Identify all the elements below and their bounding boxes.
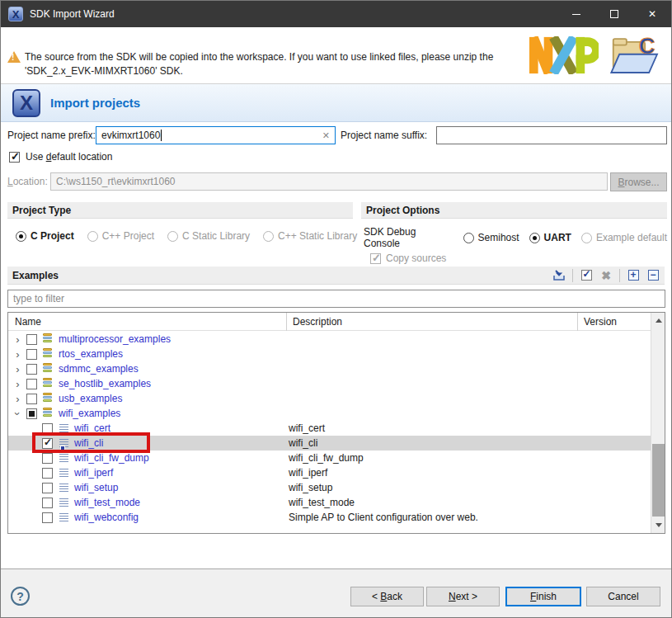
project-type-option-c-project[interactable]: C Project <box>16 230 74 242</box>
maximize-button[interactable] <box>595 1 633 27</box>
copy-sources-label: Copy sources <box>386 252 446 264</box>
maximize-icon <box>610 10 618 18</box>
tree-row-wifi_cli[interactable]: wifi_cliwifi_cli <box>8 436 651 451</box>
project-type-option-c-static-library: C Static Library <box>167 230 250 242</box>
row-description: wifi_cli <box>289 437 317 449</box>
tree-row-sdmmc_examples[interactable]: sdmmc_examples <box>8 361 651 376</box>
radio-label: C Static Library <box>182 230 250 242</box>
text-caret <box>161 130 162 141</box>
filter-input[interactable] <box>7 290 665 308</box>
scrollbar-thumb[interactable] <box>652 444 665 517</box>
row-label[interactable]: wifi_iperf <box>74 467 113 479</box>
project-name-prefix-input[interactable]: evkimxrt1060 <box>96 126 336 144</box>
row-label[interactable]: wifi_setup <box>74 482 118 493</box>
row-checkbox[interactable] <box>42 453 53 464</box>
tree-row-usb_examples[interactable]: usb_examples <box>8 391 651 406</box>
footer: ? < Back Next > Finish Cancel <box>1 568 671 617</box>
column-header-description[interactable]: Description <box>286 313 577 331</box>
expand-all-icon[interactable]: + <box>627 269 640 282</box>
finish-button[interactable]: Finish <box>505 587 581 606</box>
column-header-name[interactable]: Name <box>8 313 286 331</box>
category-icon <box>42 378 54 389</box>
tree-row-wifi_cli_fw_dump[interactable]: wifi_cli_fw_dumpwifi_cli_fw_dump <box>8 451 651 465</box>
page-title: Import projects <box>50 96 140 110</box>
tree-row-multiprocessor_examples[interactable]: multiprocessor_examples <box>8 332 651 347</box>
chevron-right-icon[interactable] <box>13 378 22 390</box>
examples-header: Examples + − <box>7 267 665 285</box>
scroll-up-icon[interactable] <box>651 314 665 328</box>
tree-row-wifi_iperf[interactable]: wifi_iperfwifi_iperf <box>8 465 651 480</box>
row-checkbox[interactable] <box>26 349 37 360</box>
use-default-location-row[interactable]: Use default location <box>9 150 112 163</box>
project-name-suffix-input[interactable] <box>436 126 667 144</box>
row-label[interactable]: wifi_test_mode <box>74 497 140 508</box>
chevron-right-icon[interactable] <box>13 333 22 346</box>
project-options-header: Project Options <box>361 202 667 219</box>
next-button[interactable]: Next > <box>426 587 500 606</box>
vertical-scrollbar[interactable] <box>651 313 665 533</box>
row-checkbox[interactable] <box>26 334 37 345</box>
row-label[interactable]: multiprocessor_examples <box>59 333 171 345</box>
window-title: SDK Import Wizard <box>30 8 115 20</box>
use-default-location-checkbox[interactable] <box>9 152 20 163</box>
radio-label: C++ Project <box>102 230 154 242</box>
tree-row-wifi_test_mode[interactable]: wifi_test_modewifi_test_mode <box>8 495 651 510</box>
collapse-all-icon[interactable]: − <box>646 269 660 282</box>
mcuxpresso-app-icon: X <box>8 7 23 21</box>
row-label[interactable]: wifi_examples <box>59 408 120 419</box>
minimize-button[interactable] <box>557 1 595 27</box>
row-label[interactable]: usb_examples <box>59 393 122 404</box>
radio-icon[interactable] <box>16 231 26 242</box>
clear-input-icon[interactable] <box>322 130 330 141</box>
row-label[interactable]: wifi_webconfig <box>74 512 139 523</box>
row-checkbox[interactable] <box>26 394 37 404</box>
row-checkbox[interactable] <box>42 512 53 523</box>
chevron-right-icon[interactable] <box>13 393 22 405</box>
close-button[interactable] <box>633 1 671 27</box>
cancel-button[interactable]: Cancel <box>586 587 660 606</box>
import-sdk-examples-icon[interactable] <box>552 269 566 282</box>
project-type-options: C ProjectC++ ProjectC Static LibraryC++ … <box>16 230 353 242</box>
row-description: wifi_iperf <box>289 467 327 479</box>
row-label[interactable]: wifi_cert <box>74 422 110 434</box>
tree-row-wifi_examples[interactable]: wifi_examples <box>8 406 651 421</box>
column-header-version[interactable]: Version <box>577 313 651 331</box>
chevron-right-icon[interactable] <box>13 348 22 361</box>
console-option-uart[interactable]: UART <box>529 232 571 243</box>
row-checkbox[interactable] <box>26 408 37 419</box>
tree-row-wifi_webconfig[interactable]: wifi_webconfigSimple AP to Client config… <box>8 510 651 525</box>
row-checkbox[interactable] <box>26 364 37 375</box>
row-label[interactable]: wifi_cli_fw_dump <box>74 452 149 464</box>
radio-label: Example default <box>596 232 667 243</box>
row-checkbox[interactable] <box>42 423 53 434</box>
console-option-semihost[interactable]: Semihost <box>463 232 519 243</box>
tree-row-wifi_cert[interactable]: wifi_certwifi_cert <box>8 421 651 436</box>
row-label[interactable]: se_hostlib_examples <box>59 378 151 389</box>
category-icon <box>42 393 54 404</box>
help-button[interactable]: ? <box>11 587 30 606</box>
tree-row-se_hostlib_examples[interactable]: se_hostlib_examples <box>8 376 651 391</box>
row-label[interactable]: wifi_cli <box>74 437 103 449</box>
row-checkbox[interactable] <box>42 498 53 508</box>
chevron-down-icon[interactable] <box>13 408 22 420</box>
category-icon <box>42 408 54 419</box>
row-checkbox[interactable] <box>42 483 53 493</box>
tree-row-rtos_examples[interactable]: rtos_examples <box>8 347 651 361</box>
radio-icon[interactable] <box>463 233 474 243</box>
select-all-icon[interactable] <box>580 269 593 282</box>
row-label[interactable]: rtos_examples <box>59 348 123 360</box>
radio-icon[interactable] <box>529 233 540 243</box>
examples-tree: multiprocessor_examplesrtos_examplessdmm… <box>8 332 651 533</box>
row-checkbox[interactable] <box>26 379 37 389</box>
radio-label: UART <box>544 232 571 243</box>
row-checkbox[interactable] <box>42 438 53 449</box>
scroll-down-icon[interactable] <box>651 518 665 532</box>
radio-icon <box>581 233 592 243</box>
location-input: C:\ws1150_rt\evkimxrt1060 <box>50 172 608 191</box>
chevron-right-icon[interactable] <box>13 363 22 375</box>
tree-row-wifi_setup[interactable]: wifi_setupwifi_setup <box>8 480 651 495</box>
row-checkbox[interactable] <box>42 468 53 479</box>
back-button[interactable]: < Back <box>350 587 424 606</box>
row-label[interactable]: sdmmc_examples <box>59 363 139 375</box>
project-type-group: Project Type C ProjectC++ ProjectC Stati… <box>7 202 353 263</box>
